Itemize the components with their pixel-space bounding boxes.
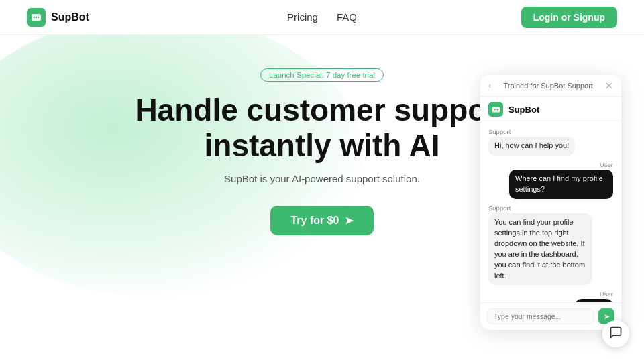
logo[interactable]: SupBot [27, 8, 89, 27]
bot-icon [488, 102, 503, 117]
message-group: Support You can find your profile settin… [488, 204, 613, 286]
svg-point-3 [38, 16, 39, 17]
arrow-icon: ➤ [345, 215, 354, 227]
chat-message-input[interactable] [487, 308, 594, 324]
chat-header-title: Trained for SupBot Support [503, 82, 593, 90]
hero-section: Launch Special: 7 day free trial Handle … [0, 35, 644, 362]
hero-cta-button[interactable]: Try for $0 ➤ [270, 206, 373, 235]
msg-label: Support [488, 128, 511, 135]
launch-badge: Launch Special: 7 day free trial [260, 68, 384, 82]
svg-point-2 [36, 16, 37, 17]
chat-prev-arrow[interactable]: ‹ [488, 80, 491, 90]
svg-point-7 [496, 109, 498, 110]
chat-bubble-user: Thanks! [575, 299, 613, 302]
msg-label: Support [488, 204, 511, 212]
svg-point-6 [495, 109, 496, 110]
hero-subtitle: SupBot is your AI-powered support soluti… [224, 173, 420, 184]
svg-point-5 [494, 109, 495, 110]
msg-label: User [600, 161, 613, 168]
nav-links: Pricing FAQ [287, 11, 357, 23]
nav-link-pricing[interactable]: Pricing [287, 11, 318, 23]
chat-bot-header: SupBot [480, 97, 621, 121]
message-group: User Thanks! [488, 290, 613, 302]
send-icon: ➤ [604, 312, 610, 321]
chat-widget: ‹ Trained for SupBot Support ✕ SupBot Su… [480, 75, 621, 330]
chat-bubble-user: Where can I find my profile settings? [509, 170, 613, 199]
navbar: SupBot Pricing FAQ Login or Signup [0, 0, 644, 35]
msg-label: User [600, 290, 613, 298]
logo-icon [27, 8, 46, 27]
chat-bubble-support: You can find your profile settings in th… [488, 213, 592, 286]
chat-fab-icon [609, 326, 623, 343]
hero-title: Handle customer support instantly with A… [135, 93, 508, 164]
chat-messages: Support Hi, how can I help you! User Whe… [480, 121, 621, 302]
chat-fab-button[interactable] [602, 320, 629, 347]
hero-content: Launch Special: 7 day free trial Handle … [135, 68, 508, 235]
login-signup-button[interactable]: Login or Signup [521, 7, 617, 28]
nav-link-faq[interactable]: FAQ [337, 11, 357, 23]
chat-close-button[interactable]: ✕ [605, 81, 613, 90]
message-group: Support Hi, how can I help you! [488, 128, 613, 156]
chat-bubble-support: Hi, how can I help you! [488, 137, 575, 156]
bot-name: SupBot [508, 105, 539, 115]
chat-header-nav: ‹ Trained for SupBot Support ✕ [480, 75, 621, 97]
logo-text: SupBot [51, 11, 89, 23]
svg-point-1 [34, 16, 35, 17]
chat-input-area: ➤ [480, 302, 621, 330]
message-group: User Where can I find my profile setting… [488, 161, 613, 199]
